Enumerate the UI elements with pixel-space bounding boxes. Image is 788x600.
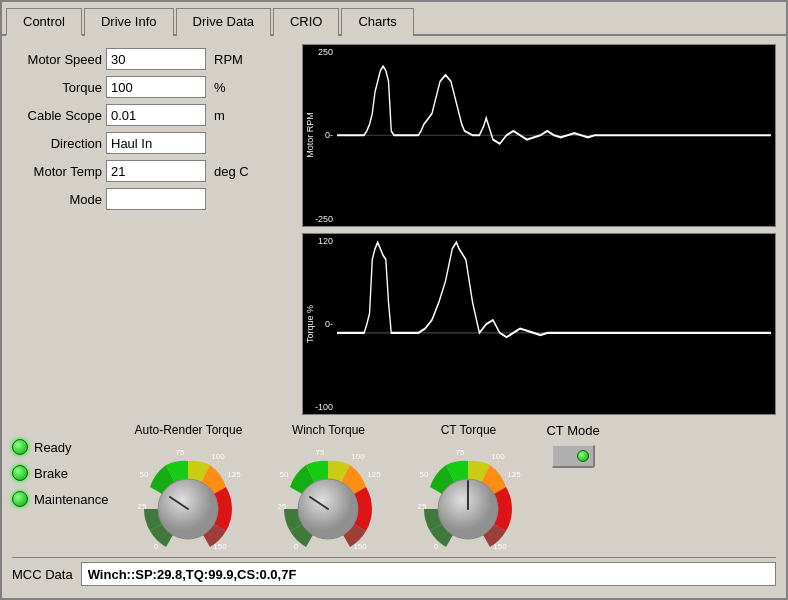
torque-row: Torque % bbox=[12, 76, 292, 98]
svg-text:150: 150 bbox=[354, 542, 368, 549]
ct-mode-indicator bbox=[577, 450, 589, 462]
auto-render-gauge-container: Auto-Render Torque bbox=[118, 423, 258, 549]
cable-scope-input[interactable] bbox=[106, 104, 206, 126]
winch-gauge-title: Winch Torque bbox=[292, 423, 365, 437]
ct-mode-label: CT Mode bbox=[546, 423, 599, 438]
svg-text:0: 0 bbox=[294, 542, 299, 549]
status-brake: Brake bbox=[12, 465, 108, 481]
svg-text:100: 100 bbox=[352, 452, 366, 461]
svg-text:25: 25 bbox=[418, 502, 427, 511]
svg-text:75: 75 bbox=[456, 448, 465, 457]
torque-label: Torque bbox=[12, 80, 102, 95]
svg-text:125: 125 bbox=[508, 470, 522, 479]
top-section: Motor Speed RPM Torque % Cable Scope m D… bbox=[12, 44, 776, 415]
svg-text:150: 150 bbox=[214, 542, 228, 549]
ct-gauge-svg: 25 0 50 75 100 125 150 bbox=[408, 439, 528, 549]
svg-text:100: 100 bbox=[212, 452, 226, 461]
motor-rpm-y-max: 250 bbox=[305, 47, 333, 57]
brake-label: Brake bbox=[34, 466, 68, 481]
app-window: Control Drive Info Drive Data CRIO Chart… bbox=[0, 0, 788, 600]
direction-label: Direction bbox=[12, 136, 102, 151]
torque-chart: 120 0- -100 Torque % bbox=[302, 233, 776, 416]
mcc-bar: MCC Data bbox=[12, 557, 776, 590]
main-content: Motor Speed RPM Torque % Cable Scope m D… bbox=[2, 36, 786, 598]
ct-gauge-container: CT Torque 25 0 50 7 bbox=[398, 423, 538, 549]
tab-charts[interactable]: Charts bbox=[341, 8, 413, 36]
status-maintenance: Maintenance bbox=[12, 491, 108, 507]
svg-text:75: 75 bbox=[316, 448, 325, 457]
motor-temp-row: Motor Temp deg C bbox=[12, 160, 292, 182]
winch-gauge-container: Winch Torque 25 0 50 75 bbox=[258, 423, 398, 549]
ready-label: Ready bbox=[34, 440, 72, 455]
tab-drive-info[interactable]: Drive Info bbox=[84, 8, 174, 36]
cable-scope-unit: m bbox=[214, 108, 225, 123]
mcc-value-input[interactable] bbox=[81, 562, 776, 586]
motor-temp-input[interactable] bbox=[106, 160, 206, 182]
svg-text:50: 50 bbox=[420, 470, 429, 479]
charts-panel: 250 0- -250 Motor RPM 120 bbox=[302, 44, 776, 415]
svg-text:100: 100 bbox=[492, 452, 506, 461]
svg-text:50: 50 bbox=[140, 470, 149, 479]
auto-render-gauge-title: Auto-Render Torque bbox=[135, 423, 243, 437]
motor-speed-label: Motor Speed bbox=[12, 52, 102, 67]
svg-text:75: 75 bbox=[176, 448, 185, 457]
motor-rpm-y-min: -250 bbox=[305, 214, 333, 224]
svg-text:50: 50 bbox=[280, 470, 289, 479]
svg-text:125: 125 bbox=[228, 470, 242, 479]
ct-gauge-title: CT Torque bbox=[441, 423, 497, 437]
torque-label: Torque % bbox=[305, 305, 315, 343]
torque-y-min: -100 bbox=[305, 402, 333, 412]
status-indicators: Ready Brake Maintenance bbox=[12, 423, 108, 507]
torque-y-max: 120 bbox=[305, 236, 333, 246]
direction-input[interactable] bbox=[106, 132, 206, 154]
maintenance-label: Maintenance bbox=[34, 492, 108, 507]
motor-rpm-label: Motor RPM bbox=[305, 112, 315, 158]
svg-text:0: 0 bbox=[154, 542, 159, 549]
mode-label: Mode bbox=[12, 192, 102, 207]
motor-rpm-svg bbox=[337, 49, 771, 222]
torque-unit: % bbox=[214, 80, 226, 95]
auto-render-gauge-svg: 25 0 50 75 100 125 150 bbox=[128, 439, 248, 549]
winch-gauge-svg: 25 0 50 75 100 125 150 bbox=[268, 439, 388, 549]
tab-control[interactable]: Control bbox=[6, 8, 82, 36]
status-ready: Ready bbox=[12, 439, 108, 455]
cable-scope-row: Cable Scope m bbox=[12, 104, 292, 126]
mode-input[interactable] bbox=[106, 188, 206, 210]
torque-svg bbox=[337, 238, 771, 411]
svg-text:125: 125 bbox=[368, 470, 382, 479]
svg-text:25: 25 bbox=[278, 502, 287, 511]
cable-scope-label: Cable Scope bbox=[12, 108, 102, 123]
fields-panel: Motor Speed RPM Torque % Cable Scope m D… bbox=[12, 44, 292, 415]
motor-speed-input[interactable] bbox=[106, 48, 206, 70]
direction-row: Direction bbox=[12, 132, 292, 154]
gauges-section: Ready Brake Maintenance Auto-Render Torq… bbox=[12, 419, 776, 553]
svg-text:25: 25 bbox=[138, 502, 147, 511]
torque-input[interactable] bbox=[106, 76, 206, 98]
svg-text:0: 0 bbox=[434, 542, 439, 549]
tab-bar: Control Drive Info Drive Data CRIO Chart… bbox=[2, 2, 786, 36]
motor-speed-row: Motor Speed RPM bbox=[12, 48, 292, 70]
tab-drive-data[interactable]: Drive Data bbox=[176, 8, 271, 36]
motor-temp-unit: deg C bbox=[214, 164, 249, 179]
tab-crio[interactable]: CRIO bbox=[273, 8, 340, 36]
mcc-label: MCC Data bbox=[12, 567, 73, 582]
mode-row: Mode bbox=[12, 188, 292, 210]
motor-rpm-chart: 250 0- -250 Motor RPM bbox=[302, 44, 776, 227]
brake-led bbox=[12, 465, 28, 481]
ct-mode-section: CT Mode bbox=[546, 423, 599, 468]
svg-text:150: 150 bbox=[494, 542, 508, 549]
motor-temp-label: Motor Temp bbox=[12, 164, 102, 179]
motor-speed-unit: RPM bbox=[214, 52, 243, 67]
maintenance-led bbox=[12, 491, 28, 507]
ready-led bbox=[12, 439, 28, 455]
ct-mode-button[interactable] bbox=[551, 444, 595, 468]
